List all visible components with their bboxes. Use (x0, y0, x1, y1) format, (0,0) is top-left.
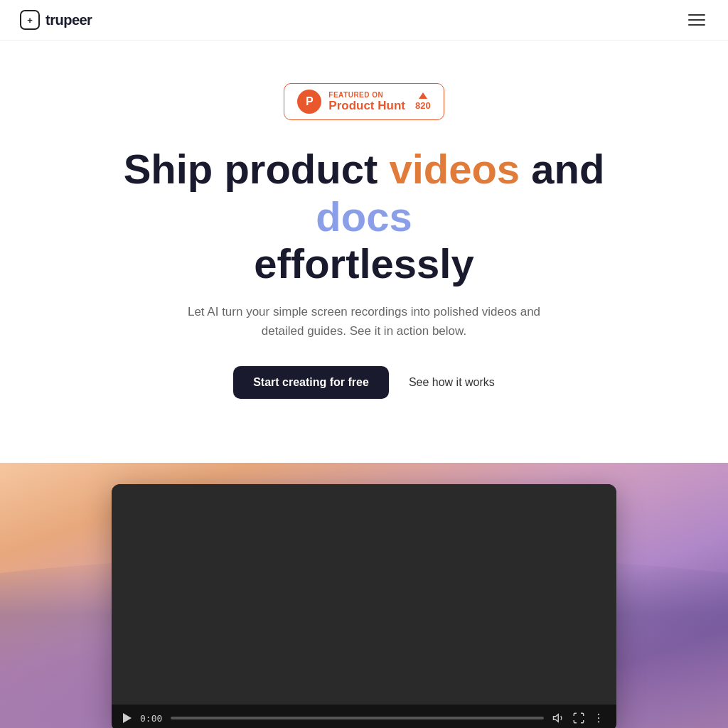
ph-votes: 820 (415, 92, 431, 111)
svg-marker-0 (554, 714, 559, 722)
video-background: 0:00 (0, 463, 728, 728)
ph-featured-on-label: FEATURED ON (328, 91, 383, 99)
logo-icon: + (20, 10, 40, 30)
headline-docs-word: docs (316, 193, 412, 240)
headline-videos-word: videos (389, 146, 520, 192)
ph-upvote-arrow (419, 92, 427, 99)
fullscreen-button[interactable] (572, 712, 585, 724)
navbar: + trupeer (0, 0, 728, 41)
more-options-icon (592, 712, 605, 724)
logo-plus: + (27, 15, 33, 26)
cta-row: Start creating for free See how it works (233, 366, 495, 399)
see-how-it-works-button[interactable]: See how it works (409, 376, 495, 389)
svg-point-1 (598, 714, 599, 715)
hamburger-line-3 (688, 24, 705, 26)
video-section: 0:00 (0, 463, 728, 728)
svg-point-2 (598, 717, 599, 719)
video-time: 0:00 (140, 713, 162, 724)
main-headline: Ship product videos and docs effortlessl… (115, 146, 613, 288)
play-button[interactable] (123, 713, 132, 723)
ph-name-label: Product Hunt (328, 99, 405, 113)
video-player[interactable]: 0:00 (112, 484, 616, 728)
more-options-button[interactable] (592, 712, 605, 724)
hamburger-menu[interactable] (685, 11, 708, 28)
svg-point-3 (598, 722, 599, 723)
volume-button[interactable] (552, 712, 565, 724)
ph-text: FEATURED ON Product Hunt (328, 91, 405, 113)
video-controls-right (552, 712, 605, 724)
hamburger-line-2 (688, 19, 705, 21)
hamburger-line-1 (688, 14, 705, 16)
logo-text: trupeer (46, 12, 92, 28)
video-controls-bar: 0:00 (112, 705, 616, 728)
video-screen (112, 484, 616, 705)
play-icon (123, 713, 132, 723)
ph-logo-icon: P (297, 90, 321, 114)
video-progress-bar[interactable] (171, 717, 544, 719)
ph-vote-count: 820 (415, 100, 431, 111)
start-creating-button[interactable]: Start creating for free (233, 366, 389, 399)
hero-subtext: Let AI turn your simple screen recording… (165, 302, 563, 341)
logo[interactable]: + trupeer (20, 10, 92, 30)
headline-part3: effortlessly (254, 240, 473, 287)
product-hunt-badge[interactable]: P FEATURED ON Product Hunt 820 (284, 83, 444, 120)
headline-part1: Ship product (124, 146, 390, 192)
volume-icon (552, 712, 565, 724)
fullscreen-icon (572, 712, 585, 724)
hero-section: P FEATURED ON Product Hunt 820 Ship prod… (0, 41, 728, 463)
headline-part2: and (520, 146, 604, 192)
